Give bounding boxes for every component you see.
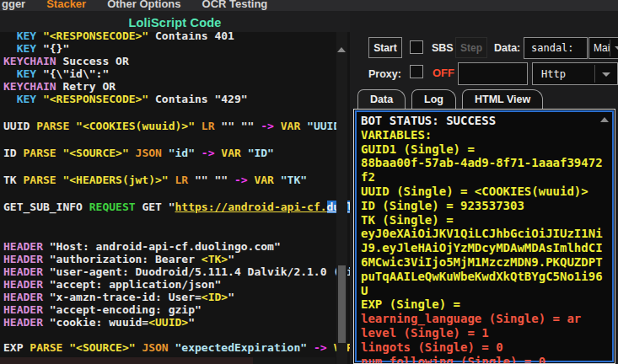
debugger-tabs: Data Log HTML View <box>357 89 543 110</box>
proxy-type-dropdown[interactable]: Http <box>532 62 618 85</box>
code-line <box>3 227 350 240</box>
loliscript-code-editor[interactable]: KEY "<RESPONSECODE>" Contains 401 KEY "{… <box>0 32 350 364</box>
code-lines: KEY "<RESPONSECODE>" Contains 401 KEY "{… <box>0 32 350 354</box>
code-line: KEY "{\"id\":" <box>3 67 350 80</box>
output-line: EXP (Single) = <box>361 297 615 312</box>
sbs-label: SBS <box>432 42 454 54</box>
code-line: KEY "<RESPONSECODE>" Contains 401 <box>3 32 350 42</box>
output-line: f2 <box>361 170 615 185</box>
code-line <box>3 213 350 227</box>
tab-other-options[interactable]: Other Options <box>107 0 180 11</box>
proxy-label: Proxy: <box>368 68 401 80</box>
output-line: VARIABLES: <box>361 128 615 142</box>
output-line: UUID (Single) = <COOKIES(wuuid)> <box>361 185 615 199</box>
code-line: HEADER "authorization: Bearer <TK>" <box>3 253 350 265</box>
sbs-checkbox[interactable] <box>410 40 423 54</box>
proxy-input[interactable] <box>458 62 528 85</box>
code-line <box>3 105 350 120</box>
start-button[interactable]: Start <box>368 37 402 58</box>
output-scroll-up-arrow-icon[interactable] <box>600 117 609 122</box>
output-line: J9.eyJleHAiOjYzMDcyMDAwMDAsImlhdCI <box>361 241 615 255</box>
dropdown-divider <box>594 65 595 83</box>
code-line: HEADER "cookie: wuuid=<UUID>" <box>3 316 350 329</box>
output-line: puTqAAILeQwKuWbeKwdXkQtBYgC5No1i96 <box>361 270 615 284</box>
tab-log[interactable]: Log <box>411 89 456 110</box>
proxy-type-value: Http <box>541 68 566 80</box>
output-line: learning_language (Single) = ar <box>361 312 615 326</box>
code-line: GET_SUB_INFO REQUEST GET "https://androi… <box>3 201 350 213</box>
code-horizontal-scrollbar[interactable] <box>0 357 336 364</box>
scroll-up-arrow-icon[interactable] <box>337 47 346 52</box>
output-line: num_following (Single) = 0 <box>361 355 615 364</box>
data-input[interactable] <box>524 37 588 59</box>
code-line: KEYCHAIN Success OR <box>3 55 350 67</box>
code-line: HEADER "accept-encoding: gzip" <box>3 303 350 316</box>
output-line: TK (Single) = <box>361 213 615 228</box>
output-line: ID (Single) = 923537303 <box>361 199 615 213</box>
tab-partial-gger[interactable]: gger <box>2 0 25 11</box>
loliscript-code-title: LoliScript Code <box>0 16 350 29</box>
code-line: TK PARSE "<HEADERS(jwt)>" LR "" "" -> VA… <box>3 174 350 186</box>
code-line: KEY "<RESPONSECODE>" Contains "429" <box>3 93 350 105</box>
proxy-checkbox[interactable] <box>410 65 423 78</box>
output-line: lingots (Single) = 0 <box>361 340 615 355</box>
code-line: EXP PARSE "<SOURCE>" JSON "expectedExpir… <box>3 341 350 354</box>
code-line: KEY "{}" <box>3 42 350 55</box>
chevron-down-icon <box>602 72 610 77</box>
wordlist-type-dropdown[interactable]: Mai <box>588 37 618 59</box>
top-tab-bar: gger Stacker Other Options OCR Testing <box>0 0 618 11</box>
chevron-down-icon <box>615 46 618 51</box>
wordlist-type-value: Mai <box>594 42 610 54</box>
code-scrollbar-thumb[interactable] <box>338 265 346 343</box>
dropdown-divider <box>610 40 610 56</box>
output-lines: BOT STATUS: SUCCESSVARIABLES:GUID1 (Sing… <box>354 110 615 364</box>
output-line: eyJ0eXAiOiJKV1QiLCJhbGciOiJIUzI1Ni <box>361 227 615 241</box>
data-label: Data: <box>494 42 520 54</box>
tab-stacker[interactable]: Stacker <box>46 0 86 11</box>
tab-html-view[interactable]: HTML View <box>462 89 543 110</box>
output-line: 88baa00f-57ab-4ad9-8f71-1aaaf39472 <box>361 156 615 170</box>
code-line: HEADER "user-agent: Duodroid/5.111.4 Dal… <box>3 265 350 278</box>
output-line: level (Single) = 1 <box>361 326 615 340</box>
output-line: GUID1 (Single) = <box>361 142 615 157</box>
code-line: KEYCHAIN Retry OR <box>3 80 350 93</box>
output-line: BOT STATUS: SUCCESS <box>361 114 615 128</box>
code-vertical-scrollbar[interactable] <box>336 32 347 364</box>
code-line: UUID PARSE "<COOKIES(wuuid)>" LR "" "" -… <box>3 120 350 132</box>
code-line: HEADER "x-amzn-trace-id: User=<ID>" <box>3 291 350 303</box>
proxy-status: OFF <box>433 67 454 79</box>
step-button[interactable]: Step <box>455 37 487 58</box>
code-line: ID PARSE "<SOURCE>" JSON "id" -> VAR "ID… <box>3 147 350 159</box>
output-line: U <box>361 284 615 298</box>
code-line: HEADER "accept: application/json" <box>3 278 350 291</box>
tab-data[interactable]: Data <box>357 89 406 110</box>
code-line <box>3 329 350 341</box>
code-hscrollbar-thumb[interactable] <box>0 357 253 364</box>
code-line <box>3 186 350 201</box>
debugger-panel: Start SBS Step Data: Mai Proxy: OFF Http… <box>350 11 618 364</box>
code-line <box>3 159 350 174</box>
output-line: 6MCwic3ViIjo5MjM1MzczMDN9.PKQUZDPT <box>361 255 615 270</box>
code-line: HEADER "Host: android-api-cf.duolingo.co… <box>3 240 350 253</box>
code-line <box>3 132 350 147</box>
tab-ocr-testing[interactable]: OCR Testing <box>202 0 268 11</box>
debugger-output-box[interactable]: BOT STATUS: SUCCESSVARIABLES:GUID1 (Sing… <box>353 109 615 364</box>
